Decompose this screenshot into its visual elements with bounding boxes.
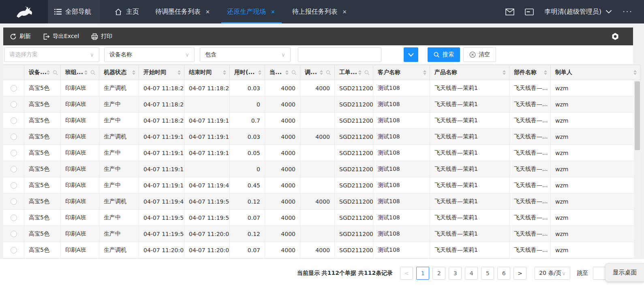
column-header-customer[interactable]: 客户名称 [373,65,430,80]
export-excel-button[interactable]: 导出Excel [43,33,79,40]
cell-customer: 测试108 [373,226,430,242]
tab-close-icon[interactable]: ✕ [205,8,211,16]
more-options-button[interactable]: ··· [623,7,633,17]
column-header-start[interactable]: 开始时间 [139,65,184,80]
cell-current: 4000 [265,193,300,209]
row-select-radio[interactable] [11,182,17,189]
column-header-duration[interactable]: 用时(... [230,65,265,80]
column-header-end[interactable]: 结束时间 [184,65,230,80]
sort-icon[interactable] [285,70,289,75]
sort-icon[interactable] [47,70,50,75]
page-button-5[interactable]: 5 [481,267,494,280]
column-search-icon[interactable] [326,70,331,75]
column-header-part[interactable]: 部件名称 [509,65,551,80]
next-page-button[interactable]: > [513,267,526,280]
sort-icon[interactable] [132,70,135,75]
cell-status: 生产调机 [99,193,139,209]
tab-close-icon[interactable]: ✕ [342,8,348,16]
column-header-product[interactable]: 产品名称 [430,65,509,80]
table-row-6: 高宝5色印刷A班生产中04-07 11:19:1604-07 11:19:430… [3,177,640,193]
page-button-3[interactable]: 3 [449,267,462,280]
cell-radio [3,161,24,177]
row-select-radio[interactable] [11,231,17,237]
page-size-select[interactable]: 20 条/页 ∨ [535,267,570,280]
app-logo[interactable] [0,0,48,23]
column-search-icon[interactable] [291,70,297,75]
cell-radio [3,145,24,161]
tab-2[interactable]: 还原生产现场 ✕ [219,0,284,23]
clear-button[interactable]: 清空 [463,47,496,62]
gear-settings-icon[interactable] [611,32,619,40]
sort-icon[interactable] [423,70,426,75]
row-select-radio[interactable] [11,166,17,172]
tab-0[interactable]: 主页 [107,0,147,23]
sort-icon[interactable] [358,70,362,75]
user-menu[interactable]: 李明清(超级管理员) [544,8,612,16]
operator-select[interactable]: 包含 ∨ [200,47,291,62]
sort-icon[interactable] [223,70,226,75]
row-select-radio[interactable] [11,101,17,108]
keyword-input[interactable] [298,47,381,62]
sort-icon[interactable] [320,70,323,75]
all-navigation-button[interactable]: 全部导航 [48,0,100,23]
column-search-icon[interactable] [90,70,96,75]
scrollbar-thumb[interactable] [635,81,640,150]
mail-icon[interactable] [505,9,514,15]
sort-icon[interactable] [178,70,181,75]
cell-status: 生产中 [99,113,139,128]
sort-icon[interactable] [258,70,261,75]
row-select-radio[interactable] [11,85,17,91]
cell-product: 飞天线香—茉莉1 [430,113,509,128]
sort-icon[interactable] [633,70,637,75]
prev-page-button[interactable]: < [400,267,413,280]
cell-order: SGD211200... [335,96,373,112]
row-select-radio[interactable] [11,150,17,156]
cell-adjust: 4000 [300,242,335,258]
column-search-icon[interactable] [364,70,370,75]
sort-icon[interactable] [84,70,88,75]
vertical-scrollbar[interactable] [634,81,641,258]
page-button-6[interactable]: 6 [497,267,510,280]
table-row-4: 高宝5色印刷A班生产中04-07 11:19:1304-07 11:19:160… [3,145,640,161]
message-icon[interactable] [525,9,534,15]
tab-3[interactable]: 待上报任务列表 ✕ [284,0,356,23]
column-header-order[interactable]: 工单... [335,65,373,80]
expand-filters-button[interactable] [404,47,418,62]
column-search-icon[interactable] [53,70,58,75]
cell-start: 04-07 11:19:50 [139,210,184,225]
cell-adjust [300,113,335,128]
row-select-radio[interactable] [11,215,17,221]
column-header-device[interactable]: 设备... [24,65,61,80]
cell-product: 飞天线香—茉莉1 [430,177,509,193]
print-button[interactable]: 打印 [91,33,112,40]
search-button[interactable]: 搜索 [428,47,460,62]
tab-1[interactable]: 待调墨任务列表 ✕ [147,0,219,23]
row-select-radio[interactable] [11,247,17,253]
refresh-button[interactable]: 刷新 [10,33,31,40]
column-header-radio[interactable] [3,65,24,80]
page-button-1[interactable]: 1 [416,267,429,280]
row-select-radio[interactable] [11,117,17,124]
column-header-label: 机器状态 [104,69,126,76]
operator-select-value: 包含 [205,51,216,58]
cell-duration: 0.45 [230,177,265,193]
column-header-status[interactable]: 机器状态 [99,65,139,80]
plan-select[interactable]: 请选择方案 ∨ [4,47,99,62]
page-button-4[interactable]: 4 [465,267,478,280]
sort-icon[interactable] [503,70,506,75]
page-button-2[interactable]: 2 [432,267,445,280]
field-select[interactable]: 设备名称 ∨ [104,47,195,62]
column-header-adjust[interactable]: 调... [300,65,335,80]
row-select-radio[interactable] [11,134,17,140]
column-header-maker[interactable]: 制单人 [551,65,640,80]
cell-customer: 测试108 [373,161,430,177]
column-header-current[interactable]: 当... [265,65,300,80]
cell-order: SGD211200... [335,242,373,258]
tab-close-icon[interactable]: ✕ [270,8,276,16]
cell-status: 生产中 [99,226,139,242]
menu-list-icon [54,9,62,15]
sort-icon[interactable] [544,70,547,75]
row-select-radio[interactable] [11,198,17,205]
show-desktop-button[interactable]: 显示桌面 [605,263,644,282]
column-header-team[interactable]: 班组... [61,65,99,80]
